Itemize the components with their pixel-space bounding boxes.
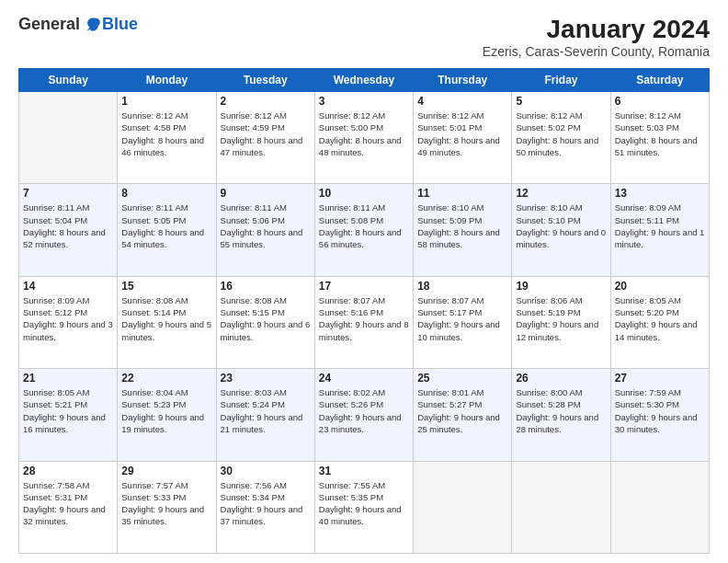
day-number: 27 <box>615 372 705 385</box>
calendar-cell: 26Sunrise: 8:00 AMSunset: 5:28 PMDayligh… <box>512 369 610 461</box>
calendar-cell <box>414 461 512 553</box>
calendar-cell <box>512 461 610 553</box>
calendar-cell: 11Sunrise: 8:10 AMSunset: 5:09 PMDayligh… <box>414 184 512 276</box>
calendar-cell: 10Sunrise: 8:11 AMSunset: 5:08 PMDayligh… <box>314 184 413 276</box>
logo-blue-text: Blue <box>102 15 138 34</box>
calendar-cell: 27Sunrise: 7:59 AMSunset: 5:30 PMDayligh… <box>610 369 709 461</box>
day-info: Sunrise: 7:56 AMSunset: 5:34 PMDaylight:… <box>221 479 311 528</box>
column-header-friday: Friday <box>512 69 610 92</box>
day-info: Sunrise: 7:59 AMSunset: 5:30 PMDaylight:… <box>615 386 705 435</box>
calendar-week-row: 28Sunrise: 7:58 AMSunset: 5:31 PMDayligh… <box>19 461 710 553</box>
subtitle: Ezeris, Caras-Severin County, Romania <box>483 44 710 59</box>
day-number: 20 <box>615 280 705 293</box>
day-info: Sunrise: 7:57 AMSunset: 5:33 PMDaylight:… <box>121 479 211 528</box>
calendar-cell: 14Sunrise: 8:09 AMSunset: 5:12 PMDayligh… <box>19 276 118 368</box>
calendar-cell: 13Sunrise: 8:09 AMSunset: 5:11 PMDayligh… <box>610 184 709 276</box>
calendar-cell: 5Sunrise: 8:12 AMSunset: 5:02 PMDaylight… <box>512 92 610 184</box>
day-info: Sunrise: 8:09 AMSunset: 5:11 PMDaylight:… <box>615 201 705 250</box>
day-number: 26 <box>516 372 606 385</box>
calendar-cell: 21Sunrise: 8:05 AMSunset: 5:21 PMDayligh… <box>19 369 118 461</box>
day-info: Sunrise: 8:05 AMSunset: 5:21 PMDaylight:… <box>23 386 113 435</box>
day-info: Sunrise: 8:11 AMSunset: 5:05 PMDaylight:… <box>121 201 211 250</box>
day-info: Sunrise: 8:12 AMSunset: 5:02 PMDaylight:… <box>516 109 606 158</box>
day-number: 29 <box>121 465 211 477</box>
logo: General Blue <box>18 15 138 34</box>
calendar-cell: 3Sunrise: 8:12 AMSunset: 5:00 PMDaylight… <box>314 92 413 184</box>
calendar-cell: 16Sunrise: 8:08 AMSunset: 5:15 PMDayligh… <box>216 276 314 368</box>
day-number: 25 <box>417 372 507 385</box>
day-number: 5 <box>516 95 606 108</box>
calendar-cell: 24Sunrise: 8:02 AMSunset: 5:26 PMDayligh… <box>314 369 413 461</box>
calendar-cell: 2Sunrise: 8:12 AMSunset: 4:59 PMDaylight… <box>216 92 314 184</box>
day-info: Sunrise: 8:11 AMSunset: 5:04 PMDaylight:… <box>23 201 113 250</box>
calendar-cell <box>610 461 709 553</box>
day-info: Sunrise: 8:09 AMSunset: 5:12 PMDaylight:… <box>23 294 113 343</box>
calendar-week-row: 1Sunrise: 8:12 AMSunset: 4:58 PMDaylight… <box>19 92 710 184</box>
day-number: 15 <box>121 280 211 293</box>
calendar-cell: 30Sunrise: 7:56 AMSunset: 5:34 PMDayligh… <box>216 461 314 553</box>
column-header-sunday: Sunday <box>19 69 118 92</box>
logo-bird-icon <box>84 16 102 34</box>
calendar-cell <box>19 92 118 184</box>
day-info: Sunrise: 8:00 AMSunset: 5:28 PMDaylight:… <box>516 386 606 435</box>
day-number: 21 <box>23 372 113 385</box>
calendar-cell: 22Sunrise: 8:04 AMSunset: 5:23 PMDayligh… <box>118 369 216 461</box>
day-info: Sunrise: 7:58 AMSunset: 5:31 PMDaylight:… <box>23 479 113 528</box>
calendar-week-row: 14Sunrise: 8:09 AMSunset: 5:12 PMDayligh… <box>19 276 710 368</box>
day-number: 12 <box>516 187 606 200</box>
column-header-saturday: Saturday <box>610 69 709 92</box>
day-info: Sunrise: 8:12 AMSunset: 5:00 PMDaylight:… <box>319 109 409 158</box>
day-number: 3 <box>319 95 409 108</box>
day-number: 10 <box>319 187 409 200</box>
calendar-cell: 18Sunrise: 8:07 AMSunset: 5:17 PMDayligh… <box>414 276 512 368</box>
day-number: 11 <box>417 187 507 200</box>
day-info: Sunrise: 8:10 AMSunset: 5:10 PMDaylight:… <box>516 201 606 250</box>
day-number: 28 <box>23 465 113 477</box>
day-info: Sunrise: 8:11 AMSunset: 5:08 PMDaylight:… <box>319 201 409 250</box>
day-number: 13 <box>615 187 705 200</box>
day-number: 4 <box>417 95 507 108</box>
day-number: 24 <box>319 372 409 385</box>
day-number: 19 <box>516 280 606 293</box>
column-header-monday: Monday <box>118 69 216 92</box>
day-info: Sunrise: 8:07 AMSunset: 5:16 PMDaylight:… <box>319 294 409 343</box>
calendar-cell: 25Sunrise: 8:01 AMSunset: 5:27 PMDayligh… <box>414 369 512 461</box>
day-number: 2 <box>221 95 311 108</box>
calendar-cell: 19Sunrise: 8:06 AMSunset: 5:19 PMDayligh… <box>512 276 610 368</box>
calendar-cell: 28Sunrise: 7:58 AMSunset: 5:31 PMDayligh… <box>19 461 118 553</box>
logo-general-text: General <box>18 15 80 34</box>
calendar-cell: 7Sunrise: 8:11 AMSunset: 5:04 PMDaylight… <box>19 184 118 276</box>
calendar-cell: 31Sunrise: 7:55 AMSunset: 5:35 PMDayligh… <box>314 461 413 553</box>
calendar-week-row: 7Sunrise: 8:11 AMSunset: 5:04 PMDaylight… <box>19 184 710 276</box>
day-number: 16 <box>221 280 311 293</box>
day-info: Sunrise: 8:11 AMSunset: 5:06 PMDaylight:… <box>221 201 311 250</box>
day-info: Sunrise: 8:08 AMSunset: 5:14 PMDaylight:… <box>121 294 211 343</box>
day-number: 1 <box>121 95 211 108</box>
calendar-cell: 17Sunrise: 8:07 AMSunset: 5:16 PMDayligh… <box>314 276 413 368</box>
column-header-thursday: Thursday <box>414 69 512 92</box>
day-info: Sunrise: 8:12 AMSunset: 4:59 PMDaylight:… <box>221 109 311 158</box>
day-info: Sunrise: 8:12 AMSunset: 4:58 PMDaylight:… <box>121 109 211 158</box>
calendar-cell: 8Sunrise: 8:11 AMSunset: 5:05 PMDaylight… <box>118 184 216 276</box>
calendar-cell: 1Sunrise: 8:12 AMSunset: 4:58 PMDaylight… <box>118 92 216 184</box>
day-number: 31 <box>319 465 409 477</box>
day-info: Sunrise: 8:08 AMSunset: 5:15 PMDaylight:… <box>221 294 311 343</box>
day-number: 8 <box>121 187 211 200</box>
day-info: Sunrise: 8:03 AMSunset: 5:24 PMDaylight:… <box>221 386 311 435</box>
main-title: January 2024 <box>483 15 710 44</box>
calendar-cell: 4Sunrise: 8:12 AMSunset: 5:01 PMDaylight… <box>414 92 512 184</box>
calendar-cell: 6Sunrise: 8:12 AMSunset: 5:03 PMDaylight… <box>610 92 709 184</box>
day-info: Sunrise: 8:04 AMSunset: 5:23 PMDaylight:… <box>121 386 211 435</box>
day-number: 7 <box>23 187 113 200</box>
column-header-wednesday: Wednesday <box>314 69 413 92</box>
column-header-tuesday: Tuesday <box>216 69 314 92</box>
calendar-cell: 29Sunrise: 7:57 AMSunset: 5:33 PMDayligh… <box>118 461 216 553</box>
day-info: Sunrise: 8:07 AMSunset: 5:17 PMDaylight:… <box>417 294 507 343</box>
day-number: 17 <box>319 280 409 293</box>
day-number: 18 <box>417 280 507 293</box>
calendar-cell: 9Sunrise: 8:11 AMSunset: 5:06 PMDaylight… <box>216 184 314 276</box>
day-info: Sunrise: 8:01 AMSunset: 5:27 PMDaylight:… <box>417 386 507 435</box>
page: General Blue January 2024 Ezeris, Caras-… <box>0 0 728 563</box>
day-info: Sunrise: 8:02 AMSunset: 5:26 PMDaylight:… <box>319 386 409 435</box>
title-block: January 2024 Ezeris, Caras-Severin Count… <box>483 15 710 59</box>
